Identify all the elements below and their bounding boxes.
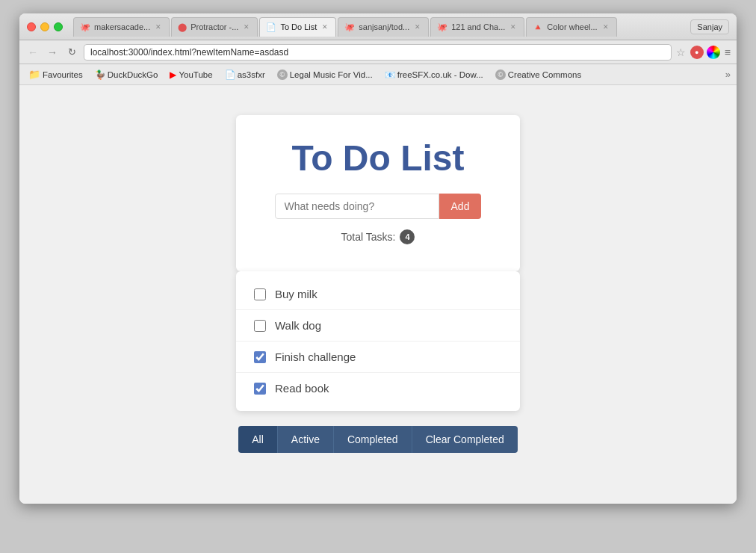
forward-button[interactable]: → [45,45,60,60]
tab-label: sanjsanj/tod... [359,22,409,31]
tabs-container: 🐙 makersacade... ✕ ⬤ Protractor -... ✕ 📄… [73,17,686,37]
tab-close-icon[interactable]: ✕ [601,22,610,31]
address-bar: ← → ↻ ☆ ● ≡ [19,40,737,64]
browser-tab-protractor[interactable]: ⬤ Protractor -... ✕ [171,17,258,37]
app-title: To Do List [291,138,464,179]
title-bar: 🐙 makersacade... ✕ ⬤ Protractor -... ✕ 📄… [19,13,737,40]
task-item-walk-dog: Walk dog [236,309,520,341]
browser-tab-makersacade[interactable]: 🐙 makersacade... ✕ [73,17,170,37]
url-input[interactable] [84,44,672,61]
browser-tab-colorwheel[interactable]: 🔺 Color wheel... ✕ [526,17,616,37]
bookmark-favourites[interactable]: 📁 Favourites [25,67,86,81]
bookmark-label: Legal Music For Vid... [290,70,373,79]
bookmark-freesfx[interactable]: 📧 freeSFX.co.uk - Dow... [382,68,486,81]
bookmark-label: as3sfxr [238,70,265,79]
tab-icon: ⬤ [178,22,187,32]
page-content: To Do List Add Total Tasks: 4 Buy milk W… [19,85,737,504]
bookmark-duckduckgo[interactable]: 🦆 DuckDuckGo [92,68,161,81]
maximize-button[interactable] [54,22,63,31]
task-count-badge: 4 [400,229,415,244]
bookmark-label: freeSFX.co.uk - Dow... [397,70,483,79]
filter-active-button[interactable]: Active [278,426,334,453]
new-task-input[interactable] [275,194,439,219]
bookmark-legalmusic[interactable]: © Legal Music For Vid... [274,68,376,81]
browser-tab-todolist[interactable]: 📄 To Do List ✕ [259,17,336,37]
tab-label: Color wheel... [547,22,597,31]
bookmark-label: Creative Commons [508,70,581,79]
tab-label: makersacade... [94,22,150,31]
bookmark-label: Favourites [43,70,83,79]
bookmark-star-icon[interactable]: ☆ [676,46,686,58]
back-button[interactable]: ← [25,45,40,60]
tab-close-icon[interactable]: ✕ [320,22,329,31]
tab-icon: 🐙 [80,22,90,32]
total-tasks-label: Total Tasks: [341,231,396,243]
tab-icon: 🐙 [344,22,355,32]
task-label-finish-challenge: Finish challenge [275,350,356,363]
cc-icon: © [495,69,506,80]
copyright-icon: © [277,69,288,80]
task-checkbox-buy-milk[interactable] [254,288,266,300]
filter-all-button[interactable]: All [238,426,278,453]
tab-close-icon[interactable]: ✕ [154,22,163,31]
page-icon: 📄 [225,69,235,80]
duckduckgo-icon: 🦆 [95,69,105,80]
filter-clear-button[interactable]: Clear Completed [412,426,518,453]
traffic-lights [27,22,63,31]
tasks-list: Buy milk Walk dog Finish challenge Read … [236,271,520,411]
browser-tab-121andcha[interactable]: 🐙 121 and Cha... ✕ [430,17,524,37]
bookmarks-more-icon[interactable]: » [725,69,731,80]
task-item-buy-milk: Buy milk [236,279,520,309]
bookmark-as3sfxr[interactable]: 📄 as3sfxr [222,68,268,81]
tab-close-icon[interactable]: ✕ [242,22,251,31]
bookmark-label: DuckDuckGo [108,70,158,79]
tab-icon: 🔺 [533,22,543,32]
tab-icon: 📄 [266,22,276,32]
bookmarks-bar: 📁 Favourites 🦆 DuckDuckGo ▶ YouTube 📄 as… [19,64,737,85]
tab-icon: 🐙 [437,22,447,32]
todo-header-card: To Do List Add Total Tasks: 4 [236,115,520,271]
mail-icon: 📧 [385,69,395,80]
tab-label: 121 and Cha... [451,22,505,31]
add-task-button[interactable]: Add [439,194,482,219]
task-checkbox-read-book[interactable] [254,383,266,395]
bookmark-creativecommons[interactable]: © Creative Commons [492,68,584,81]
browser-actions: ● [690,46,720,59]
extension-icon-red[interactable]: ● [690,46,704,59]
browser-tab-sanjsanj[interactable]: 🐙 sanjsanj/tod... ✕ [338,17,429,37]
tab-label: To Do List [280,22,317,31]
task-item-read-book: Read book [236,372,520,404]
folder-icon: 📁 [28,69,40,80]
youtube-icon: ▶ [170,69,176,80]
bookmark-label: YouTube [179,70,212,79]
input-row: Add [251,194,505,219]
browser-menu-icon[interactable]: ≡ [725,46,731,58]
bookmark-youtube[interactable]: ▶ YouTube [167,68,215,81]
task-label-walk-dog: Walk dog [275,319,321,332]
task-checkbox-walk-dog[interactable] [254,320,266,332]
tab-label: Protractor -... [190,22,238,31]
profile-button[interactable]: Sanjay [690,19,729,34]
browser-window: 🐙 makersacade... ✕ ⬤ Protractor -... ✕ 📄… [19,13,737,504]
task-label-buy-milk: Buy milk [275,288,317,300]
task-checkbox-finish-challenge[interactable] [254,351,266,363]
extension-icon-rainbow[interactable] [707,46,720,59]
close-button[interactable] [27,22,36,31]
reload-button[interactable]: ↻ [64,45,79,60]
tab-close-icon[interactable]: ✕ [509,22,518,31]
task-item-finish-challenge: Finish challenge [236,341,520,372]
minimize-button[interactable] [40,22,49,31]
tab-close-icon[interactable]: ✕ [413,22,422,31]
task-label-read-book: Read book [275,382,329,395]
total-tasks-row: Total Tasks: 4 [341,229,415,244]
filter-buttons: All Active Completed Clear Completed [238,426,517,453]
filter-completed-button[interactable]: Completed [334,426,412,453]
